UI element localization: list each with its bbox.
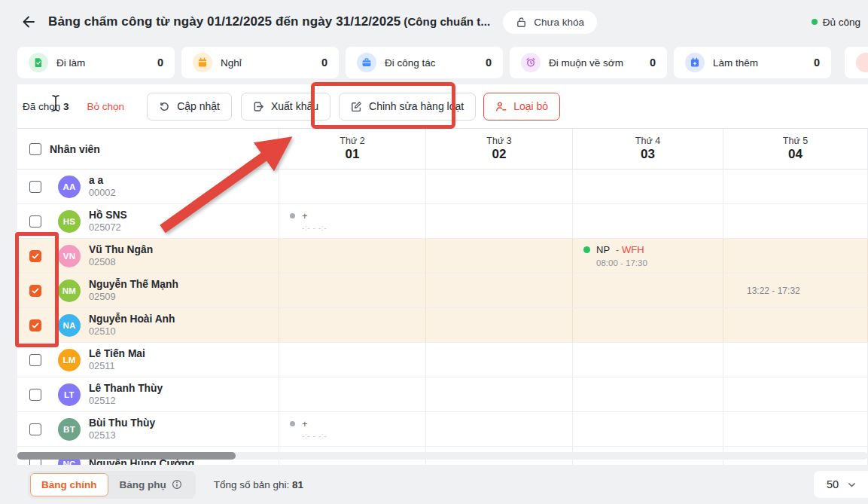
table-row[interactable]: BTBùi Thu Thùy02513+-:- - -:- bbox=[17, 412, 868, 447]
avatar: NM bbox=[58, 279, 81, 302]
row-checkbox[interactable] bbox=[29, 285, 41, 297]
day-cell[interactable] bbox=[723, 377, 867, 411]
day-cell[interactable] bbox=[723, 204, 867, 238]
timesheet-panel: Đã chọn 3 Bỏ chọn Cập nhật Xuất khẩu Chỉ… bbox=[17, 84, 868, 465]
remove-button[interactable]: Loại bỏ bbox=[483, 93, 560, 121]
avatar: VN bbox=[58, 245, 81, 267]
row-checkbox[interactable] bbox=[29, 354, 41, 366]
row-checkbox[interactable] bbox=[29, 181, 41, 193]
scrollbar-thumb[interactable] bbox=[17, 452, 236, 460]
timesheet-screen: Bảng chấm công từ ngày 01/12/2025 đến ng… bbox=[0, 0, 868, 504]
day-cell[interactable] bbox=[425, 377, 572, 411]
row-checkbox[interactable] bbox=[29, 423, 41, 435]
status-legend-label: Đủ công bbox=[823, 17, 860, 28]
day-column-header: Thứ 302 bbox=[425, 129, 572, 169]
summary-chip-di-muon-ve-som[interactable]: Đi muộn về sớm0 bbox=[510, 47, 667, 78]
table-row[interactable]: LTLê Thanh Thùy02512 bbox=[17, 377, 868, 412]
day-cell[interactable]: +-:- - -:- bbox=[279, 204, 425, 238]
bulk-edit-button[interactable]: Chỉnh sửa hàng loạt bbox=[339, 93, 476, 121]
day-cell[interactable] bbox=[425, 412, 572, 446]
day-cell[interactable] bbox=[572, 308, 723, 342]
employee-name: Lê Thanh Thùy bbox=[89, 383, 163, 394]
lock-status-label: Chưa khóa bbox=[534, 17, 584, 28]
day-cell[interactable] bbox=[572, 273, 723, 307]
employee-cell: LMLê Tiến Mai02511 bbox=[17, 343, 279, 377]
day-cell[interactable] bbox=[425, 170, 572, 203]
day-cell[interactable] bbox=[572, 412, 723, 446]
row-checkbox[interactable] bbox=[29, 250, 41, 262]
day-number: 04 bbox=[788, 147, 803, 162]
employee-code: 025072 bbox=[89, 221, 127, 233]
back-arrow-icon[interactable] bbox=[20, 14, 37, 30]
day-cell[interactable]: 13:22 - 17:32 bbox=[723, 273, 867, 307]
page-size-select[interactable]: 50 bbox=[814, 471, 868, 498]
table-row[interactable]: NANguyễn Hoài Anh02510 bbox=[17, 308, 868, 343]
table-row[interactable]: AAa a00002 bbox=[17, 170, 868, 204]
day-cell[interactable] bbox=[723, 239, 867, 273]
day-cell[interactable] bbox=[572, 170, 723, 203]
day-number: 01 bbox=[346, 147, 360, 162]
row-checkbox[interactable] bbox=[29, 389, 41, 401]
day-cell[interactable] bbox=[425, 308, 572, 342]
employee-name: Vũ Thu Ngân bbox=[89, 244, 153, 255]
day-cell[interactable] bbox=[723, 412, 867, 446]
avatar: HS bbox=[58, 210, 81, 233]
weekday-label: Thứ 2 bbox=[340, 136, 364, 146]
day-cell[interactable] bbox=[425, 204, 572, 238]
day-cell[interactable] bbox=[279, 170, 425, 203]
shift-tag: - WFH bbox=[616, 244, 644, 255]
employee-column-header: Nhân viên bbox=[17, 129, 279, 169]
table-row[interactable]: VNVũ Thu Ngân02508NP- WFH08:00 - 17:30 bbox=[17, 239, 868, 273]
summary-chip-lam-them[interactable]: Làm thêm0 bbox=[674, 47, 831, 78]
app-header: Bảng chấm công từ ngày 01/12/2025 đến ng… bbox=[0, 0, 868, 44]
status-legend: Đủ công bbox=[812, 17, 862, 28]
tab-main-table[interactable]: Bảng chính bbox=[30, 473, 108, 496]
day-cell[interactable] bbox=[279, 239, 425, 273]
summary-chip-nghi[interactable]: Nghỉ0 bbox=[181, 47, 339, 78]
page-title: Bảng chấm công từ ngày 01/12/2025 đến ng… bbox=[48, 14, 490, 29]
tab-sub-table[interactable]: Bảng phụ bbox=[108, 473, 193, 496]
day-cell[interactable] bbox=[279, 343, 425, 377]
employee-name: Lê Tiến Mai bbox=[89, 348, 145, 359]
row-checkbox[interactable] bbox=[29, 319, 41, 331]
day-column-header: Thứ 201 bbox=[279, 129, 425, 169]
export-button[interactable]: Xuất khẩu bbox=[241, 93, 330, 121]
day-number: 02 bbox=[492, 147, 507, 162]
day-cell[interactable] bbox=[425, 343, 572, 377]
lock-status-badge[interactable]: Chưa khóa bbox=[503, 11, 597, 34]
table-row[interactable]: HSHồ SNS025072+-:- - -:- bbox=[17, 204, 868, 239]
day-cell[interactable] bbox=[723, 343, 867, 377]
shift-code: NP bbox=[596, 244, 610, 255]
summary-chip-di-cong-tac[interactable]: Đi công tác0 bbox=[346, 47, 503, 78]
day-cell[interactable] bbox=[572, 343, 723, 377]
summary-chips-row: Đi làm0Nghỉ0Đi công tác0Đi muộn về sớm0L… bbox=[17, 47, 868, 78]
day-cell[interactable] bbox=[279, 377, 425, 411]
day-cell[interactable] bbox=[279, 273, 425, 307]
day-column-header: Thứ 403 bbox=[572, 129, 723, 169]
table-row[interactable]: NMNguyễn Thế Mạnh0250913:22 - 17:32 bbox=[17, 273, 868, 308]
select-all-checkbox[interactable] bbox=[29, 143, 41, 155]
avatar: LT bbox=[58, 383, 81, 406]
day-cell[interactable] bbox=[723, 170, 867, 203]
table-row[interactable]: LMLê Tiến Mai02511 bbox=[17, 343, 868, 377]
day-cell[interactable]: NP- WFH08:00 - 17:30 bbox=[572, 239, 723, 273]
day-cell[interactable] bbox=[425, 239, 572, 273]
horizontal-scrollbar[interactable] bbox=[17, 452, 868, 460]
update-button[interactable]: Cập nhật bbox=[147, 93, 232, 121]
summary-chip-partial[interactable] bbox=[845, 47, 868, 78]
document-check-icon bbox=[29, 53, 48, 72]
employee-cell: AAa a00002 bbox=[17, 170, 279, 203]
day-cell[interactable] bbox=[425, 273, 572, 307]
day-cell[interactable]: +-:- - -:- bbox=[279, 412, 425, 446]
employee-name: Bùi Thu Thùy bbox=[89, 417, 155, 429]
day-cell[interactable] bbox=[572, 204, 723, 238]
day-cell[interactable] bbox=[572, 377, 723, 411]
day-cell[interactable] bbox=[279, 308, 425, 342]
summary-chip-di-lam[interactable]: Đi làm0 bbox=[17, 47, 175, 78]
add-entry-label: + bbox=[302, 210, 308, 221]
employee-name: a a bbox=[89, 175, 116, 186]
person-remove-icon bbox=[495, 101, 507, 112]
deselect-link[interactable]: Bỏ chọn bbox=[87, 101, 125, 112]
row-checkbox[interactable] bbox=[29, 215, 41, 228]
day-cell[interactable] bbox=[723, 308, 867, 342]
